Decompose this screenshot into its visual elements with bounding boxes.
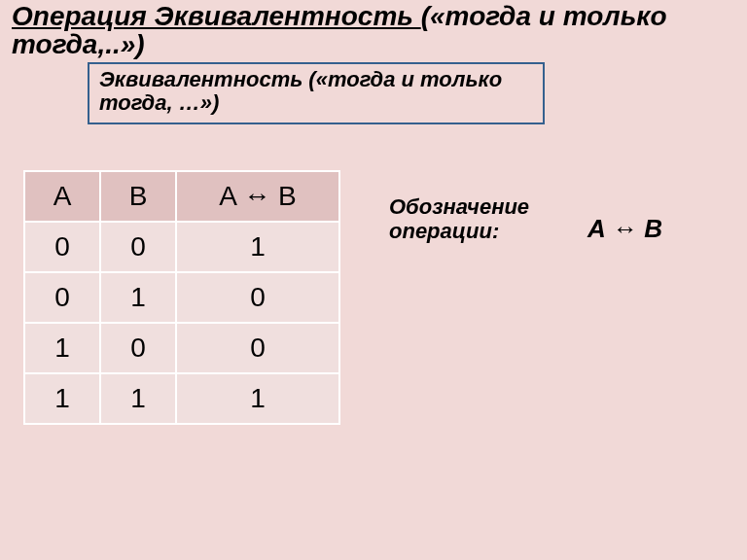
- cell-a: 1: [24, 323, 100, 373]
- table-row: 1 0 0: [24, 323, 339, 373]
- notation-value: A ↔ B: [587, 214, 662, 244]
- table-header-row: A B A ↔ B: [24, 171, 339, 222]
- header-result: A ↔ B: [176, 171, 339, 222]
- title-underlined: Операция Эквивалентность: [12, 1, 421, 31]
- notation-label: Обозначение операции:: [389, 194, 574, 244]
- cell-a: 0: [24, 272, 100, 323]
- cell-b: 0: [100, 222, 176, 272]
- cell-result: 1: [176, 222, 339, 272]
- cell-result: 0: [176, 323, 339, 373]
- cell-result: 1: [176, 373, 339, 424]
- slide: Операция Эквивалентность («тогда и тольк…: [0, 0, 747, 560]
- table-row: 1 1 1: [24, 373, 339, 424]
- cell-a: 1: [24, 373, 100, 424]
- cell-b: 1: [100, 272, 176, 323]
- cell-a: 0: [24, 222, 100, 272]
- truth-table-wrap: A B A ↔ B 0 0 1 0 1 0 1 0 0 1 1: [23, 170, 340, 425]
- cell-result: 0: [176, 272, 339, 323]
- truth-table: A B A ↔ B 0 0 1 0 1 0 1 0 0 1 1: [23, 170, 340, 425]
- definition-callout: Эквивалентность («тогда и только тогда, …: [88, 62, 545, 124]
- page-title: Операция Эквивалентность («тогда и тольк…: [12, 2, 712, 59]
- header-b: B: [100, 171, 176, 222]
- cell-b: 1: [100, 373, 176, 424]
- header-a: A: [24, 171, 100, 222]
- cell-b: 0: [100, 323, 176, 373]
- table-row: 0 0 1: [24, 222, 339, 272]
- table-row: 0 1 0: [24, 272, 339, 323]
- definition-text: Эквивалентность («тогда и только тогда, …: [99, 68, 533, 115]
